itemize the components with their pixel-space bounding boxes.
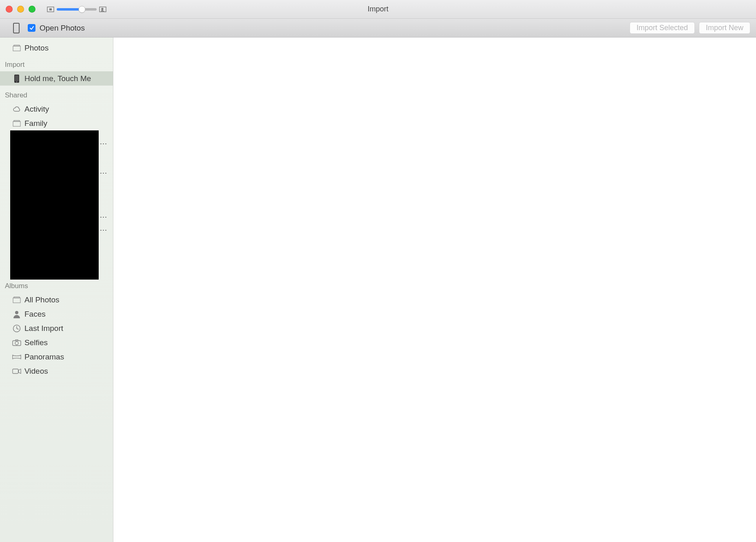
close-window-button[interactable] <box>6 6 13 13</box>
redacted-block <box>10 130 99 280</box>
panorama-icon <box>12 354 21 360</box>
sidebar-item-videos[interactable]: Videos <box>0 364 113 378</box>
sidebar-section-albums: Albums <box>0 280 113 293</box>
cloud-icon <box>12 106 21 112</box>
phone-icon <box>12 74 21 83</box>
video-icon <box>12 368 21 374</box>
open-photos-label: Open Photos <box>40 24 85 33</box>
sidebar-item-faces[interactable]: Faces <box>0 307 113 321</box>
sidebar-item-family[interactable]: Family <box>0 116 113 130</box>
svg-rect-12 <box>13 298 20 303</box>
sidebar-item-label: Videos <box>24 367 48 376</box>
sidebar-item-label: Last Import <box>24 324 63 333</box>
svg-point-8 <box>16 82 17 82</box>
sidebar-item-selfies[interactable]: Selfies <box>0 335 113 350</box>
svg-rect-5 <box>13 46 20 51</box>
sidebar-item-label: Faces <box>24 310 46 319</box>
sidebar-item-photos[interactable]: Photos <box>0 41 113 55</box>
open-photos-checkbox[interactable] <box>28 24 35 32</box>
sidebar-item-label: Hold me, Touch Me <box>24 74 91 83</box>
svg-rect-7 <box>15 75 19 81</box>
sidebar-item-all-photos[interactable]: All Photos <box>0 293 113 307</box>
sidebar-item-label: Photos <box>24 44 49 53</box>
truncated-text-ellipsis: … <box>99 164 107 178</box>
thumbnail-zoom-slider[interactable] <box>57 8 97 11</box>
sidebar-redacted-area: … … … … <box>0 130 113 280</box>
import-main-area <box>113 37 756 542</box>
sidebar-item-import-device[interactable]: Hold me, Touch Me <box>0 71 113 86</box>
sidebar-item-label: All Photos <box>24 295 60 304</box>
svg-point-3 <box>101 8 103 10</box>
truncated-text-ellipsis: … <box>99 134 107 149</box>
import-selected-button[interactable]: Import Selected <box>630 22 695 34</box>
zoom-in-icon[interactable] <box>99 7 106 12</box>
sidebar-item-panoramas[interactable]: Panoramas <box>0 350 113 364</box>
svg-rect-10 <box>13 121 20 126</box>
camera-icon <box>12 339 21 346</box>
sidebar-section-import: Import <box>0 58 113 71</box>
sidebar-section-shared: Shared <box>0 89 113 102</box>
titlebar: Import <box>0 0 756 19</box>
sidebar-item-label: Selfies <box>24 338 48 347</box>
window-body: Photos Import Hold me, Touch Me Shared A… <box>0 37 756 542</box>
clock-icon <box>12 324 21 333</box>
traffic-lights <box>0 0 35 18</box>
sidebar-item-last-import[interactable]: Last Import <box>0 321 113 335</box>
svg-point-16 <box>15 342 18 345</box>
svg-rect-17 <box>13 369 18 373</box>
svg-point-13 <box>15 311 18 314</box>
truncated-text-ellipsis: … <box>99 208 107 223</box>
sidebar-item-label: Panoramas <box>24 353 64 361</box>
shared-album-icon <box>12 120 21 127</box>
import-new-button[interactable]: Import New <box>699 22 750 34</box>
zoom-out-icon[interactable] <box>47 7 54 12</box>
svg-rect-1 <box>49 8 52 10</box>
device-icon <box>13 23 20 33</box>
sidebar-item-activity[interactable]: Activity <box>0 102 113 116</box>
sidebar-item-label: Activity <box>24 105 49 114</box>
toolbar: Open Photos Import Selected Import New <box>0 19 756 37</box>
truncated-text-ellipsis: … <box>99 221 107 236</box>
stack-icon <box>12 297 21 303</box>
person-icon <box>12 310 21 318</box>
window-title: Import <box>0 0 756 18</box>
photos-library-icon <box>12 45 21 51</box>
zoom-window-button[interactable] <box>29 6 35 13</box>
sidebar-item-label: Family <box>24 119 47 128</box>
minimize-window-button[interactable] <box>17 6 24 13</box>
thumbnail-zoom-group <box>47 7 106 12</box>
sidebar: Photos Import Hold me, Touch Me Shared A… <box>0 37 113 542</box>
